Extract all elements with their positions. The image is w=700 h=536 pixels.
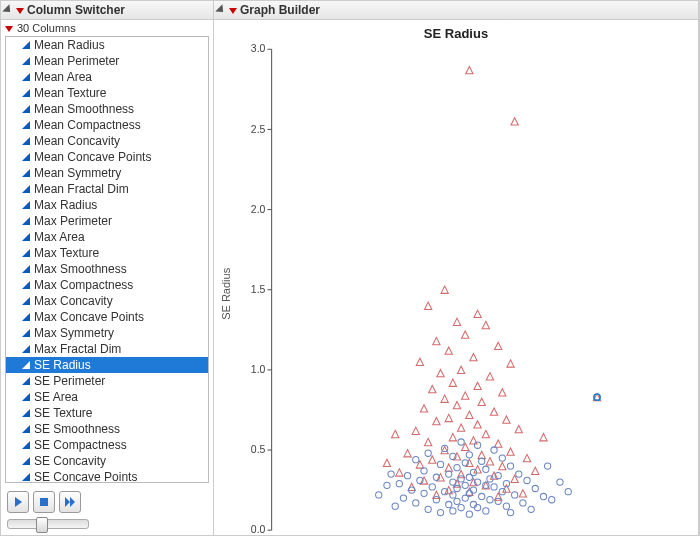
graph-builder-header[interactable]: Graph Builder <box>214 1 698 20</box>
svg-point-84 <box>549 497 555 503</box>
column-item[interactable]: Mean Concavity <box>6 133 208 149</box>
svg-point-72 <box>446 501 452 507</box>
dropdown-icon[interactable] <box>5 24 13 32</box>
column-label: Mean Smoothness <box>34 102 134 116</box>
column-label: Mean Area <box>34 70 92 84</box>
svg-point-20 <box>425 450 431 456</box>
column-item[interactable]: SE Texture <box>6 405 208 421</box>
column-item[interactable]: SE Radius <box>6 357 208 373</box>
svg-point-63 <box>400 495 406 501</box>
dropdown-icon[interactable] <box>16 6 24 14</box>
slider-track[interactable] <box>7 519 89 529</box>
column-label: Mean Texture <box>34 86 107 100</box>
column-item[interactable]: Mean Compactness <box>6 117 208 133</box>
continuous-column-icon <box>22 73 30 81</box>
svg-point-69 <box>520 500 526 506</box>
speed-slider[interactable] <box>1 517 213 535</box>
column-item[interactable]: Mean Radius <box>6 37 208 53</box>
svg-point-36 <box>404 473 410 479</box>
scatter-plot[interactable]: 0.00.51.01.52.02.53.0 <box>234 43 694 536</box>
column-item[interactable]: Max Compactness <box>6 277 208 293</box>
column-item[interactable]: SE Smoothness <box>6 421 208 437</box>
column-label: Mean Concavity <box>34 134 120 148</box>
playback-controls <box>1 487 213 517</box>
continuous-column-icon <box>22 409 30 417</box>
svg-text:2.5: 2.5 <box>251 124 266 135</box>
svg-point-34 <box>446 471 452 477</box>
play-button[interactable] <box>7 491 29 513</box>
column-list[interactable]: Mean RadiusMean PerimeterMean AreaMean T… <box>5 36 209 483</box>
stop-icon <box>40 498 48 506</box>
column-item[interactable]: Max Symmetry <box>6 325 208 341</box>
column-item[interactable]: Max Fractal Dim <box>6 341 208 357</box>
column-item[interactable]: Mean Area <box>6 69 208 85</box>
continuous-column-icon <box>22 393 30 401</box>
column-item[interactable]: Mean Concave Points <box>6 149 208 165</box>
continuous-column-icon <box>22 473 30 481</box>
column-label: Max Symmetry <box>34 326 114 340</box>
column-item[interactable]: Max Concavity <box>6 293 208 309</box>
svg-point-71 <box>470 501 476 507</box>
column-label: Mean Concave Points <box>34 150 151 164</box>
column-label: Max Smoothness <box>34 262 127 276</box>
svg-point-66 <box>433 497 439 503</box>
column-item[interactable]: Max Perimeter <box>6 213 208 229</box>
continuous-column-icon <box>22 217 30 225</box>
column-label: Mean Perimeter <box>34 54 119 68</box>
svg-point-25 <box>479 458 485 464</box>
stop-button[interactable] <box>33 491 55 513</box>
continuous-column-icon <box>22 297 30 305</box>
svg-point-40 <box>458 476 464 482</box>
column-label: SE Perimeter <box>34 374 105 388</box>
slider-thumb[interactable] <box>36 517 48 533</box>
column-item[interactable]: SE Concavity <box>6 453 208 469</box>
svg-point-44 <box>450 479 456 485</box>
column-label: SE Smoothness <box>34 422 120 436</box>
column-label: Max Concavity <box>34 294 113 308</box>
column-item[interactable]: Mean Texture <box>6 85 208 101</box>
column-item[interactable]: SE Compactness <box>6 437 208 453</box>
svg-point-65 <box>487 497 493 503</box>
column-item[interactable]: Mean Smoothness <box>6 101 208 117</box>
column-label: Max Concave Points <box>34 310 144 324</box>
column-item[interactable]: Max Radius <box>6 197 208 213</box>
graph-builder-title: Graph Builder <box>240 3 320 17</box>
svg-point-85 <box>384 482 390 488</box>
column-item[interactable]: Max Smoothness <box>6 261 208 277</box>
column-item[interactable]: SE Area <box>6 389 208 405</box>
column-item[interactable]: SE Perimeter <box>6 373 208 389</box>
svg-point-17 <box>474 442 480 448</box>
continuous-column-icon <box>22 345 30 353</box>
svg-text:1.0: 1.0 <box>251 364 266 375</box>
y-axis-label: SE Radius <box>218 43 234 536</box>
svg-point-16 <box>458 439 464 445</box>
column-label: Max Texture <box>34 246 99 260</box>
svg-point-31 <box>421 468 427 474</box>
column-item[interactable]: Mean Fractal Dim <box>6 181 208 197</box>
continuous-column-icon <box>22 361 30 369</box>
column-label: Max Area <box>34 230 85 244</box>
column-switcher-header[interactable]: Column Switcher <box>1 1 213 20</box>
column-label: SE Concave Points <box>34 470 137 483</box>
column-label: Max Radius <box>34 198 97 212</box>
continuous-column-icon <box>22 377 30 385</box>
column-item[interactable]: Mean Perimeter <box>6 53 208 69</box>
column-item[interactable]: Max Area <box>6 229 208 245</box>
column-item[interactable]: SE Concave Points <box>6 469 208 483</box>
column-item[interactable]: Max Concave Points <box>6 309 208 325</box>
svg-point-29 <box>454 465 460 471</box>
continuous-column-icon <box>22 441 30 449</box>
column-item[interactable]: Mean Symmetry <box>6 165 208 181</box>
svg-point-23 <box>499 455 505 461</box>
continuous-column-icon <box>22 185 30 193</box>
forward-button[interactable] <box>59 491 81 513</box>
svg-point-59 <box>512 492 518 498</box>
column-label: Mean Compactness <box>34 118 141 132</box>
columns-count-row[interactable]: 30 Columns <box>1 20 213 36</box>
dropdown-icon[interactable] <box>229 6 237 14</box>
graph-builder-panel: Graph Builder SE Radius SE Radius 0.00.5… <box>214 1 699 535</box>
column-item[interactable]: Max Texture <box>6 245 208 261</box>
svg-point-21 <box>466 452 472 458</box>
svg-point-30 <box>483 466 489 472</box>
svg-text:3.0: 3.0 <box>251 43 266 54</box>
